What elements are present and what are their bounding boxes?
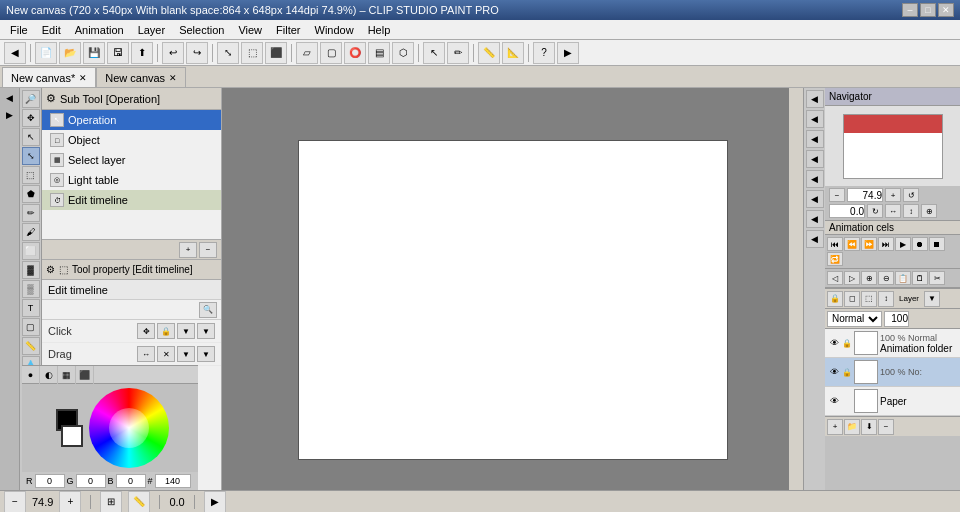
sub-tool-operation[interactable]: ↖ Operation — [42, 110, 221, 130]
tool-fill[interactable]: ▓ — [22, 261, 40, 279]
tool-pen[interactable]: ✏ — [22, 204, 40, 222]
layers-footer-btn-4[interactable]: − — [878, 419, 894, 435]
nav-zoom-value[interactable] — [847, 188, 883, 202]
right-strip-btn4[interactable]: ◀ — [806, 150, 824, 168]
color-wheel[interactable] — [89, 388, 169, 468]
status-expand[interactable]: ▶ — [204, 491, 226, 513]
sub-tool-light-table[interactable]: ◎ Light table — [42, 170, 221, 190]
layer-lock-2[interactable]: 🔒 — [842, 367, 852, 377]
tab-new-canvas[interactable]: New canvas ✕ — [96, 67, 186, 87]
toolbar-btn-a[interactable]: ▱ — [296, 42, 318, 64]
prop-drag-dropdown2[interactable]: ▼ — [197, 346, 215, 362]
layers-footer-btn-3[interactable]: ⬇ — [861, 419, 877, 435]
anim-btn-a[interactable]: ◁ — [827, 271, 843, 285]
toolbar-ruler2[interactable]: 📐 — [502, 42, 524, 64]
anim-btn-4[interactable]: ⏭ — [878, 237, 894, 251]
prop-click-move-icon[interactable]: ✥ — [137, 323, 155, 339]
layers-btn-5[interactable]: ▼ — [924, 291, 940, 307]
prop-click-lock-icon[interactable]: 🔒 — [157, 323, 175, 339]
layers-footer-btn-2[interactable]: 📁 — [844, 419, 860, 435]
close-button[interactable]: ✕ — [938, 3, 954, 17]
toolbar-ruler[interactable]: 📏 — [478, 42, 500, 64]
anim-btn-8[interactable]: 🔁 — [827, 252, 843, 266]
tool-gradient[interactable]: ▒ — [22, 280, 40, 298]
b-input[interactable] — [116, 474, 146, 488]
toolbar-undo[interactable]: ↩ — [162, 42, 184, 64]
tool-figure[interactable]: ▢ — [22, 318, 40, 336]
toolbar-save2[interactable]: 🖫 — [107, 42, 129, 64]
nav-rotate-ccw[interactable]: ↺ — [903, 188, 919, 202]
sub-tool-edit-timeline[interactable]: ⏱ Edit timeline — [42, 190, 221, 210]
toolbar-open[interactable]: 📂 — [59, 42, 81, 64]
toolbar-pen[interactable]: ✏ — [447, 42, 469, 64]
anim-btn-3[interactable]: ⏩ — [861, 237, 877, 251]
right-strip-btn3[interactable]: ◀ — [806, 130, 824, 148]
right-strip-btn5[interactable]: ◀ — [806, 170, 824, 188]
tool-select-rect[interactable]: ⬚ — [22, 166, 40, 184]
bg-color-swatch[interactable] — [61, 425, 83, 447]
right-strip-btn1[interactable]: ◀ — [806, 90, 824, 108]
right-strip-btn2[interactable]: ◀ — [806, 110, 824, 128]
maximize-button[interactable]: □ — [920, 3, 936, 17]
status-ruler[interactable]: 📏 — [128, 491, 150, 513]
menu-edit[interactable]: Edit — [36, 22, 67, 38]
toolbar-btn-e[interactable]: ⬡ — [392, 42, 414, 64]
status-zoom-out[interactable]: − — [4, 491, 26, 513]
tool-brush[interactable]: 🖌 — [22, 223, 40, 241]
layers-btn-3[interactable]: ⬚ — [861, 291, 877, 307]
layer-eye-3[interactable]: 👁 — [828, 395, 840, 407]
toolbar-redo[interactable]: ↪ — [186, 42, 208, 64]
prop-drag-x-icon[interactable]: ✕ — [157, 346, 175, 362]
toolbar-new[interactable]: 📄 — [35, 42, 57, 64]
menu-filter[interactable]: Filter — [270, 22, 306, 38]
layer-row-paper[interactable]: 👁 Paper — [825, 387, 960, 416]
menu-file[interactable]: File — [4, 22, 34, 38]
toolbar-export[interactable]: ⬆ — [131, 42, 153, 64]
canvas-vscroll[interactable] — [789, 88, 803, 512]
nav-flip-h[interactable]: ↔ — [885, 204, 901, 218]
toolbar-cursor[interactable]: ↖ — [423, 42, 445, 64]
tool-operation[interactable]: ↖ — [22, 128, 40, 146]
r-input[interactable] — [35, 474, 65, 488]
tool-zoom[interactable]: 🔎 — [22, 90, 40, 108]
sub-tool-delete[interactable]: − — [199, 242, 217, 258]
layers-footer-btn-1[interactable]: + — [827, 419, 843, 435]
tool-transform[interactable]: ⤡ — [22, 147, 40, 165]
nav-zoom-in[interactable]: + — [885, 188, 901, 202]
toolbar-select[interactable]: ⬚ — [241, 42, 263, 64]
menu-layer[interactable]: Layer — [132, 22, 172, 38]
tool-text[interactable]: T — [22, 299, 40, 317]
anim-btn-6[interactable]: ⏺ — [912, 237, 928, 251]
sub-tool-object[interactable]: □ Object — [42, 130, 221, 150]
blend-mode-select[interactable]: Normal — [827, 311, 882, 327]
color-tab-1[interactable]: ● — [22, 366, 40, 384]
prop-click-dropdown1[interactable]: ▼ — [177, 323, 195, 339]
status-grid[interactable]: ⊞ — [100, 491, 122, 513]
anim-btn-c[interactable]: ⊕ — [861, 271, 877, 285]
sub-tool-select-layer[interactable]: ▦ Select layer — [42, 150, 221, 170]
toolbar-deselect[interactable]: ⬛ — [265, 42, 287, 64]
toolbar-transform[interactable]: ⤡ — [217, 42, 239, 64]
menu-window[interactable]: Window — [309, 22, 360, 38]
anim-btn-e[interactable]: 📋 — [895, 271, 911, 285]
nav-reset[interactable]: ⊕ — [921, 204, 937, 218]
right-strip-btn6[interactable]: ◀ — [806, 190, 824, 208]
status-zoom-in[interactable]: + — [59, 491, 81, 513]
layer-row-animation-folder[interactable]: 👁 🔒 100 % Normal Animation folder — [825, 329, 960, 358]
hex-input[interactable] — [155, 474, 191, 488]
toolbar-btn-b[interactable]: ▢ — [320, 42, 342, 64]
menu-view[interactable]: View — [232, 22, 268, 38]
toolbar-expand[interactable]: ▶ — [557, 42, 579, 64]
nav-rotate-cw[interactable]: ↻ — [867, 204, 883, 218]
canvas-area[interactable] — [222, 88, 803, 512]
toolbar-help-icon[interactable]: ? — [533, 42, 555, 64]
minimize-button[interactable]: – — [902, 3, 918, 17]
anim-btn-g[interactable]: ✂ — [929, 271, 945, 285]
nav-rotate-value[interactable] — [829, 204, 865, 218]
layers-btn-4[interactable]: ↕ — [878, 291, 894, 307]
menu-help[interactable]: Help — [362, 22, 397, 38]
anim-btn-d[interactable]: ⊖ — [878, 271, 894, 285]
layer-eye-2[interactable]: 👁 — [828, 366, 840, 378]
prop-drag-dropdown1[interactable]: ▼ — [177, 346, 195, 362]
right-strip-btn7[interactable]: ◀ — [806, 210, 824, 228]
